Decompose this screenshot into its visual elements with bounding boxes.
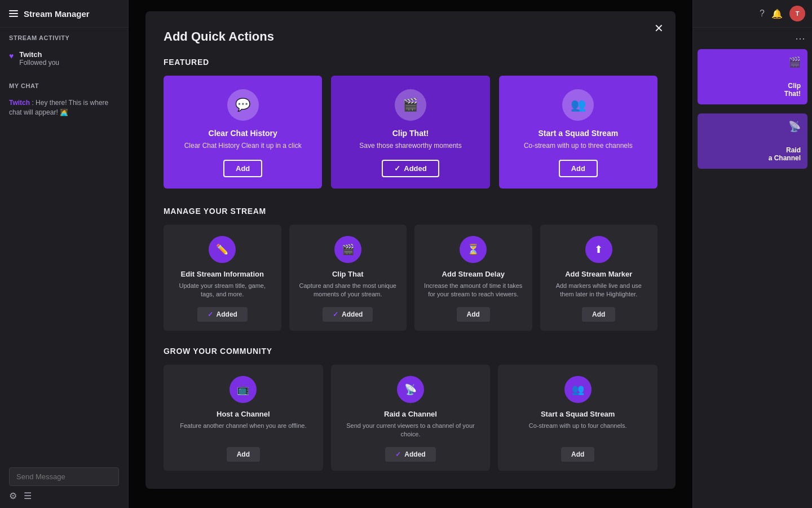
stream-delay-desc: Increase the amount of time it takes for…	[423, 282, 523, 299]
panel-more-options-icon[interactable]: ⋯	[795, 32, 805, 45]
settings-icon[interactable]: ⚙	[9, 491, 17, 501]
edit-stream-title: Edit Stream Information	[181, 270, 264, 278]
stream-delay-title: Add Stream Delay	[442, 270, 505, 278]
squad-stream-desc: Co-stream with up to three channels	[524, 141, 633, 151]
squad-stream-grow-title: Start a Squad Stream	[541, 410, 615, 418]
stream-marker-desc: Add markers while live and use them late…	[549, 282, 649, 299]
clip-that-rp-icon: 🎬	[788, 56, 801, 68]
add-quick-actions-modal: ✕ Add Quick Actions Featured 💬 Clear Cha…	[145, 11, 676, 489]
modal-title: Add Quick Actions	[164, 29, 657, 44]
grow-cards: 📺 Host a Channel Feature another channel…	[164, 365, 657, 471]
raid-channel-desc: Send your current viewers to a channel o…	[340, 422, 482, 439]
manage-card-stream-delay: ⏳ Add Stream Delay Increase the amount o…	[414, 225, 532, 331]
sidebar-footer: ⚙ ☰	[0, 461, 128, 508]
clip-that-manage-added-button[interactable]: ✓ Added	[323, 307, 373, 322]
clip-that-icon: 🎬	[395, 89, 426, 121]
squad-stream-grow-icon: 👥	[564, 376, 592, 403]
squad-stream-add-button[interactable]: Add	[559, 160, 598, 177]
notification-icon[interactable]: 🔔	[771, 8, 783, 19]
sidebar: Stream Manager Stream Activity ♥ Twitch …	[0, 0, 129, 508]
clip-that-rp-card: 🎬 ClipThat!	[698, 49, 807, 104]
right-panel-header: ? 🔔 T	[693, 0, 812, 28]
avatar[interactable]: T	[789, 6, 805, 21]
clear-chat-icon: 💬	[227, 89, 259, 121]
grow-section-title: Grow Your Community	[164, 347, 657, 356]
modal-overlay: ✕ Add Quick Actions Featured 💬 Clear Cha…	[129, 0, 692, 508]
raid-channel-rp-inner: 📡 Raida Channel	[698, 113, 807, 169]
grow-card-raid-channel: 📡 Raid a Channel Send your current viewe…	[331, 365, 491, 471]
clip-that-rp-label: ClipThat!	[784, 82, 801, 98]
featured-section-title: Featured	[164, 58, 657, 67]
raid-channel-icon: 📡	[397, 376, 424, 403]
host-channel-icon: 📺	[230, 376, 257, 403]
sidebar-header: Stream Manager	[0, 0, 128, 28]
raid-rp-label: Raida Channel	[769, 146, 801, 162]
clear-chat-title: Clear Chat History	[209, 129, 277, 138]
stream-delay-add-button[interactable]: Add	[457, 307, 490, 322]
heart-icon: ♥	[9, 51, 14, 60]
my-chat-label: My Chat	[0, 76, 128, 94]
stream-activity-label: Stream Activity	[0, 28, 128, 46]
stream-delay-icon: ⏳	[460, 236, 487, 263]
modal-close-button[interactable]: ✕	[651, 20, 667, 36]
featured-card-squad-stream: 👥 Start a Squad Stream Co-stream with up…	[499, 76, 657, 189]
manage-card-stream-marker: ⬆ Add Stream Marker Add markers while li…	[540, 225, 658, 331]
help-icon[interactable]: ?	[760, 8, 765, 19]
clip-that-manage-icon: 🎬	[334, 236, 361, 263]
grow-card-squad-stream: 👥 Start a Squad Stream Co-stream with up…	[498, 365, 657, 471]
edit-stream-added-button[interactable]: ✓ Added	[197, 307, 248, 322]
grow-card-host-channel: 📺 Host a Channel Feature another channel…	[164, 365, 323, 471]
clear-chat-desc: Clear Chat History Clean it up in a clic…	[184, 141, 302, 151]
clip-that-added-button[interactable]: ✓ Added	[382, 160, 439, 177]
squad-stream-title: Start a Squad Stream	[539, 129, 619, 138]
featured-cards: 💬 Clear Chat History Clear Chat History …	[164, 76, 657, 189]
list-icon[interactable]: ☰	[24, 491, 32, 501]
clip-that-rp-inner: 🎬 ClipThat!	[698, 49, 807, 104]
activity-text: Twitch Followed you	[19, 50, 59, 67]
raid-channel-rp-card: 📡 Raida Channel	[698, 113, 807, 169]
host-channel-add-button[interactable]: Add	[227, 447, 260, 462]
sidebar-actions: ⚙ ☰	[9, 491, 119, 501]
chat-message: Twitch : Hey there! This is where chat w…	[0, 94, 128, 122]
raid-rp-icon: 📡	[788, 120, 801, 133]
sidebar-title: Stream Manager	[24, 9, 90, 19]
host-channel-desc: Feature another channel when you are off…	[180, 422, 306, 439]
squad-stream-grow-add-button[interactable]: Add	[561, 447, 594, 462]
squad-stream-grow-desc: Co-stream with up to four channels.	[529, 422, 627, 439]
edit-stream-desc: Update your stream title, game, tags, an…	[173, 282, 272, 299]
activity-item: ♥ Twitch Followed you	[0, 46, 128, 71]
activity-action: Followed you	[19, 59, 59, 67]
manage-card-clip-that: 🎬 Clip That Capture and share the most u…	[289, 225, 407, 331]
message-input[interactable]	[9, 467, 119, 486]
manage-cards: ✏️ Edit Stream Information Update your s…	[164, 225, 657, 331]
activity-name: Twitch	[19, 50, 59, 59]
raid-channel-added-button[interactable]: ✓ Added	[385, 447, 435, 462]
main-area: ✕ Add Quick Actions Featured 💬 Clear Cha…	[129, 0, 692, 508]
clip-that-title: Clip That!	[392, 129, 429, 138]
host-channel-title: Host a Channel	[217, 410, 270, 418]
right-panel: ? 🔔 T ⋯ 🎬 ClipThat! 📡 Raida Channel	[692, 0, 812, 508]
manage-card-edit-stream: ✏️ Edit Stream Information Update your s…	[164, 225, 281, 331]
clear-chat-add-button[interactable]: Add	[223, 160, 262, 177]
chat-sender: Twitch	[9, 99, 30, 107]
featured-card-clear-chat: 💬 Clear Chat History Clear Chat History …	[164, 76, 322, 189]
squad-stream-icon: 👥	[562, 89, 594, 121]
stream-marker-icon: ⬆	[585, 236, 612, 263]
stream-marker-add-button[interactable]: Add	[582, 307, 615, 322]
clip-that-desc: Save those shareworthy moments	[359, 141, 461, 151]
clip-that-manage-title: Clip That	[332, 270, 364, 278]
stream-marker-title: Add Stream Marker	[565, 270, 632, 278]
edit-stream-icon: ✏️	[209, 236, 236, 263]
raid-channel-title: Raid a Channel	[384, 410, 437, 418]
manage-section-title: Manage Your Stream	[164, 207, 657, 216]
right-panel-cards: ⋯ 🎬 ClipThat! 📡 Raida Channel	[693, 28, 812, 173]
clip-that-manage-desc: Capture and share the most unique moment…	[298, 282, 398, 299]
featured-card-clip-that: 🎬 Clip That! Save those shareworthy mome…	[331, 76, 489, 189]
hamburger-icon[interactable]	[9, 10, 18, 17]
